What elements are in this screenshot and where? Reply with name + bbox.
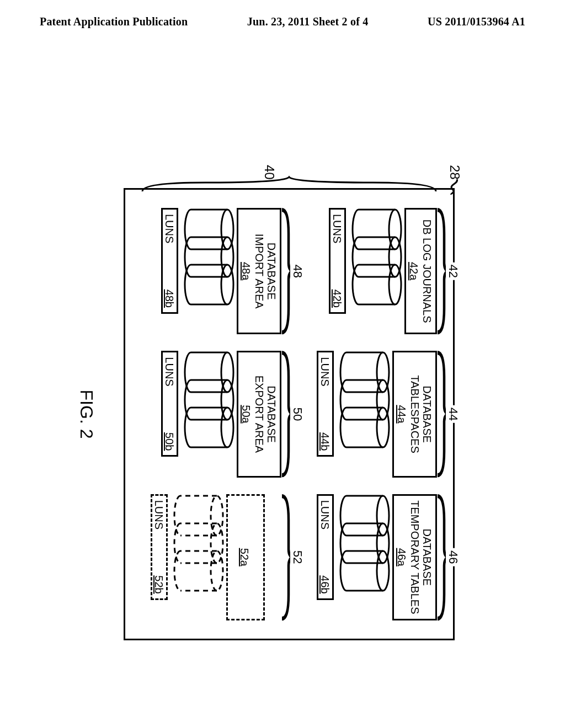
group-title: DB LOG JOURNALS: [421, 213, 433, 329]
group-ref-label: 46: [446, 548, 460, 566]
svg-point-17: [211, 551, 223, 591]
cylinder-row: [337, 494, 388, 620]
group-title-box: 52a: [226, 494, 265, 620]
luns-ref: 50b: [163, 432, 175, 451]
luns-box: LUNS 42b: [329, 208, 346, 314]
group-title: DATABASETEMPORARY TABLES: [409, 499, 433, 615]
storage-group: 48 DATABASEIMPORT AREA 48a LUNS 48b: [136, 201, 285, 341]
group-title: DATABASETABLESPACES: [409, 356, 433, 472]
svg-point-14: [221, 408, 233, 447]
svg-point-2: [389, 265, 401, 304]
luns-box: LUNS 44b: [317, 351, 334, 457]
luns-label: LUNS: [152, 500, 165, 529]
side-brace-icon: [139, 175, 439, 197]
storage-group: 52 52a LUNS 52b: [136, 488, 285, 627]
outer-ref-label: 28: [447, 165, 462, 180]
group-title: DATABASEEXPORT AREA: [253, 356, 278, 472]
header-left: Patent Application Publication: [40, 15, 188, 28]
luns-ref: 52b: [152, 575, 165, 593]
cylinder-row: [349, 208, 400, 334]
svg-point-11: [221, 265, 233, 304]
svg-point-5: [377, 408, 389, 447]
luns-label: LUNS: [163, 214, 175, 243]
luns-ref: 42b: [331, 290, 343, 308]
group-ref-label: 50: [290, 405, 305, 423]
group-title-box: DB LOG JOURNALS 42a: [404, 208, 437, 334]
group-title-box: DATABASEIMPORT AREA 48a: [237, 208, 281, 334]
group-title-ref: 50a: [239, 356, 252, 472]
group-title-ref: 52a: [238, 548, 251, 566]
group-title-box: DATABASEEXPORT AREA 50a: [237, 351, 281, 477]
luns-ref: 46b: [318, 575, 331, 593]
luns-ref: 48b: [163, 290, 175, 308]
group-ref-label: 52: [290, 548, 305, 566]
group-ref-label: 48: [290, 262, 305, 280]
luns-label: LUNS: [163, 357, 175, 386]
luns-box: LUNS 52b: [151, 494, 168, 600]
luns-label: LUNS: [318, 500, 331, 529]
luns-ref: 44b: [318, 432, 331, 451]
storage-group: 44 DATABASETABLESPACES 44a LUNS 44b: [291, 344, 440, 484]
group-title-box: DATABASETEMPORARY TABLES 46a: [392, 494, 437, 620]
side-ref-label: 40: [262, 165, 277, 180]
storage-group: 46 DATABASETEMPORARY TABLES 46a LUNS 46b: [291, 488, 440, 627]
group-title-ref: 48a: [239, 213, 252, 329]
group-ref-label: 42: [446, 262, 460, 280]
luns-box: LUNS 48b: [161, 208, 178, 314]
group-title-ref: 46a: [395, 499, 408, 615]
cylinder-row: [171, 494, 222, 620]
header-right: US 2011/0153964 A1: [428, 15, 525, 28]
group-title: DATABASEIMPORT AREA: [253, 213, 278, 329]
svg-point-8: [377, 551, 389, 591]
luns-box: LUNS 50b: [161, 351, 178, 457]
luns-label: LUNS: [318, 357, 331, 386]
header-middle: Jun. 23, 2011 Sheet 2 of 4: [247, 15, 369, 28]
cylinder-row: [337, 351, 388, 477]
storage-group: 42 DB LOG JOURNALS 42a LUNS 42b: [291, 201, 440, 341]
group-title-ref: 44a: [395, 356, 408, 472]
group-title-box: DATABASETABLESPACES 44a: [392, 351, 437, 477]
cylinder-row: [182, 351, 232, 477]
luns-label: LUNS: [331, 214, 343, 243]
storage-group: 50 DATABASEEXPORT AREA 50a LUNS 50b: [136, 344, 285, 484]
figure-2-diagram: 28 40 42 DB LOG JOURNALS 42a: [78, 116, 487, 712]
group-title-ref: 42a: [407, 213, 420, 329]
figure-caption: FIG. 2: [76, 390, 97, 439]
cylinder-row: [182, 208, 232, 334]
group-ref-label: 44: [446, 405, 460, 423]
luns-box: LUNS 46b: [317, 494, 334, 600]
